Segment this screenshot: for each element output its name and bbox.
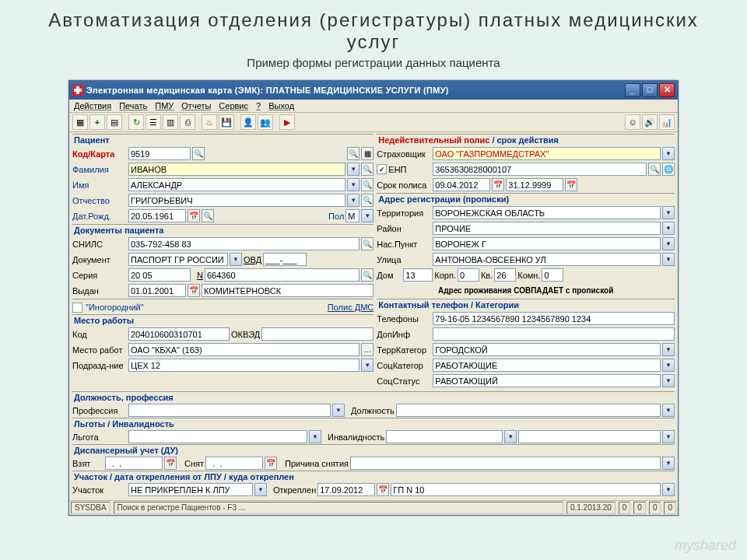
search-otch-icon[interactable]: 🔍 <box>361 194 374 207</box>
input-kod[interactable] <box>128 147 191 160</box>
input-lpu[interactable] <box>391 483 661 496</box>
input-inval[interactable] <box>386 430 503 443</box>
input-okved[interactable] <box>261 327 374 341</box>
input-doc[interactable] <box>128 253 228 266</box>
menu-actions[interactable]: Действия <box>74 101 111 110</box>
input-korp[interactable] <box>458 268 479 282</box>
cal-otkr-icon[interactable]: 📅 <box>377 483 389 496</box>
toolbar-refresh-icon[interactable]: ↻ <box>128 114 144 130</box>
toolbar-doc-icon[interactable]: ▥ <box>163 114 178 130</box>
input-work-kod[interactable] <box>128 327 230 341</box>
dd-socstat[interactable]: ▼ <box>662 374 675 387</box>
toolbar-tree-icon[interactable]: ⎙ <box>180 114 195 130</box>
input-num[interactable] <box>205 268 359 282</box>
close-button[interactable]: ✕ <box>659 83 675 97</box>
input-vzyat[interactable] <box>105 457 163 470</box>
input-otch[interactable] <box>128 194 345 207</box>
dd-name[interactable]: ▼ <box>347 178 359 191</box>
toolbar-flame-icon[interactable]: ♨ <box>202 114 217 130</box>
input-podr[interactable] <box>128 359 359 372</box>
input-sockat[interactable] <box>433 359 661 372</box>
input-terr[interactable] <box>433 206 661 219</box>
toolbar-new-icon[interactable]: ▦ <box>72 114 88 130</box>
dd-doc[interactable]: ▼ <box>230 253 242 266</box>
toolbar-user2-icon[interactable]: 👥 <box>258 114 273 130</box>
maximize-button[interactable]: □ <box>642 83 658 97</box>
toolbar-sound-icon[interactable]: 🔊 <box>642 114 658 130</box>
dd-sockat[interactable]: ▼ <box>662 359 675 372</box>
dd-lpu[interactable]: ▼ <box>662 483 675 496</box>
dd-inval[interactable]: ▼ <box>504 430 517 443</box>
chk-enp[interactable]: ✓ <box>377 164 387 174</box>
menu-exit[interactable]: Выход <box>268 101 294 110</box>
input-komn[interactable] <box>542 268 563 282</box>
dd-strah[interactable]: ▼ <box>662 147 675 160</box>
input-seria[interactable] <box>128 268 191 282</box>
input-prich[interactable] <box>350 457 661 470</box>
lbl-ovd[interactable]: ОВД <box>244 255 261 264</box>
dd-terr[interactable]: ▼ <box>662 206 675 219</box>
cal-snyat-icon[interactable]: 📅 <box>265 457 277 470</box>
input-mesto[interactable] <box>128 343 359 356</box>
toolbar-arrow-icon[interactable]: ▶ <box>279 114 295 130</box>
dd-fam[interactable]: ▼ <box>347 163 359 176</box>
input-uch[interactable] <box>128 483 253 496</box>
input-terrkat[interactable] <box>433 343 661 356</box>
input-dom[interactable] <box>403 268 433 282</box>
dd-terrkat[interactable]: ▼ <box>662 343 675 356</box>
qr-icon[interactable]: ▦ <box>361 147 374 160</box>
cal-srok-to-icon[interactable]: 📅 <box>565 178 577 191</box>
search2-icon[interactable]: 🔍 <box>347 147 359 160</box>
dd-nas[interactable]: ▼ <box>662 237 675 250</box>
input-dob[interactable] <box>128 209 186 222</box>
input-fam[interactable] <box>128 163 345 176</box>
dd-prich[interactable]: ▼ <box>662 457 675 470</box>
dd-ulica[interactable]: ▼ <box>662 253 675 266</box>
cal-srok-from-icon[interactable]: 📅 <box>492 178 504 191</box>
menu-pmu[interactable]: ПМУ <box>155 101 174 110</box>
dd-prof[interactable]: ▼ <box>332 404 345 417</box>
input-pol[interactable] <box>345 209 359 222</box>
search-name-icon[interactable]: 🔍 <box>361 178 374 191</box>
input-ovd[interactable] <box>263 253 307 266</box>
dd-dolzh[interactable]: ▼ <box>662 404 675 417</box>
input-kv[interactable] <box>494 268 516 282</box>
input-enp[interactable] <box>433 163 647 176</box>
toolbar-card-icon[interactable]: ▤ <box>107 114 122 130</box>
input-inval2[interactable] <box>518 430 661 443</box>
input-snyat[interactable] <box>205 457 263 470</box>
dd-lgota[interactable]: ▼ <box>309 430 321 443</box>
input-dop[interactable] <box>433 327 675 341</box>
search-fam-icon[interactable]: 🔍 <box>361 163 374 176</box>
input-dolzh[interactable] <box>396 404 661 417</box>
minimize-button[interactable]: _ <box>625 83 640 97</box>
toolbar-save-icon[interactable]: 💾 <box>219 114 234 130</box>
toolbar-add-icon[interactable]: + <box>89 114 105 130</box>
input-vydan-date[interactable] <box>128 284 186 297</box>
chk-inogorod[interactable] <box>72 303 82 313</box>
dd-raion[interactable]: ▼ <box>662 222 675 235</box>
input-srok-to[interactable] <box>506 178 563 191</box>
input-snils[interactable] <box>128 237 359 250</box>
dd-podr[interactable]: ▼ <box>361 359 374 372</box>
dd-inval2[interactable]: ▼ <box>662 430 675 443</box>
menu-service[interactable]: Сервис <box>219 101 248 110</box>
search-num-icon[interactable]: 🔍 <box>361 268 374 282</box>
menu-help[interactable]: ? <box>256 101 261 110</box>
input-otkr-date[interactable] <box>317 483 375 496</box>
input-name[interactable] <box>128 178 345 191</box>
dd-otch[interactable]: ▼ <box>347 194 359 207</box>
input-vydan-who[interactable] <box>202 284 374 297</box>
input-tel[interactable] <box>433 312 675 325</box>
menu-reports[interactable]: Отчеты <box>181 101 211 110</box>
input-nas[interactable] <box>433 237 661 250</box>
link-polis-dms[interactable]: Полис ДМС <box>328 303 374 312</box>
cal-dob-icon[interactable]: 📅 <box>188 209 200 222</box>
cal-vydan-icon[interactable]: 📅 <box>188 284 200 297</box>
search-dob-icon[interactable]: 🔍 <box>202 209 214 222</box>
toolbar-user-icon[interactable]: 👤 <box>240 114 256 130</box>
search-kod-icon[interactable]: 🔍 <box>192 147 205 160</box>
input-prof[interactable] <box>128 404 331 417</box>
dd-uch[interactable]: ▼ <box>254 483 267 496</box>
search-enp-icon[interactable]: 🔍 <box>648 163 661 176</box>
